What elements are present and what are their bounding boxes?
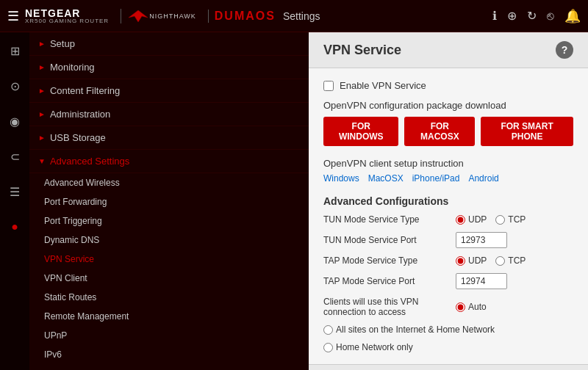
enable-vpn-row: Enable VPN Service (323, 80, 573, 91)
globe-icon[interactable]: ⊕ (507, 9, 517, 23)
brand-model: XR500 GAMING ROUTER (25, 18, 109, 24)
sidebar-sub-remote-management[interactable]: Remote Management (29, 307, 309, 326)
sidebar-sub-vpn-service[interactable]: VPN Service (29, 250, 309, 269)
vpn-auto-label: Auto (468, 302, 487, 312)
tap-mode-type-radio-group: UDP TCP (456, 255, 526, 266)
content-header: VPN Service ? (309, 32, 588, 68)
header-left: ☰ NETGEAR XR500 GAMING ROUTER NIGHTHAWK … (7, 8, 320, 24)
sidebar-item-content-filtering[interactable]: ► Content Filtering (29, 79, 309, 103)
sidebar-item-administration-label: Administration (50, 109, 110, 120)
tun-udp-radio[interactable] (456, 215, 465, 225)
content-body: Enable VPN Service OpenVPN configuration… (309, 68, 588, 364)
refresh-icon[interactable]: ↻ (527, 9, 537, 23)
info-icon[interactable]: ℹ (492, 9, 497, 23)
arrow-icon-down: ▼ (38, 157, 46, 165)
tap-mode-port-row: TAP Mode Service Port (323, 273, 573, 289)
arrow-icon: ► (38, 110, 46, 118)
bell-icon[interactable]: 🔔 (564, 8, 581, 24)
arrow-icon: ► (38, 87, 46, 95)
nighthawk-logo: NIGHTHAWK (121, 9, 196, 23)
tap-tcp-label: TCP (508, 255, 526, 266)
tap-mode-port-input[interactable] (456, 273, 507, 289)
enable-vpn-label: Enable VPN Service (340, 80, 426, 91)
sidebar-sub-ipv6[interactable]: IPv6 (29, 345, 309, 364)
sidebar-item-setup[interactable]: ► Setup (29, 32, 309, 56)
btn-windows[interactable]: For Windows (323, 117, 398, 146)
setup-instruction-label: OpenVPN client setup instruction (323, 158, 573, 169)
tun-tcp-option[interactable]: TCP (495, 214, 526, 225)
setup-link-iphone[interactable]: iPhone/iPad (412, 173, 460, 184)
sidebar-icons: ⊞ ⊙ ◉ ⊂ ☰ ● (0, 32, 29, 370)
svg-marker-0 (129, 10, 148, 22)
vpn-all-sites-radio[interactable] (323, 325, 333, 335)
sidebar-sub-static-routes[interactable]: Static Routes (29, 288, 309, 307)
package-download-label: OpenVPN configuration package download (323, 100, 573, 111)
vpn-all-sites-label: All sites on the Internet & Home Network (336, 324, 495, 335)
vpn-access-row: Clients will use this VPN connection to … (323, 297, 573, 352)
setup-link-macosx[interactable]: MacOSX (368, 173, 404, 184)
tun-mode-type-label: TUN Mode Service Type (323, 214, 448, 225)
sidebar-sub-upnp[interactable]: UPnP (29, 326, 309, 345)
sidebar-sub-port-triggering[interactable]: Port Triggering (29, 211, 309, 231)
tap-tcp-radio[interactable] (495, 256, 505, 266)
sidebar-sub-dynamic-dns[interactable]: Dynamic DNS (29, 231, 309, 250)
nav-icon-advanced[interactable]: ● (4, 216, 26, 238)
vpn-home-only-label: Home Network only (336, 342, 413, 352)
main-layout: ⊞ ⊙ ◉ ⊂ ☰ ● ► Setup ► Monitoring ► Conte… (0, 32, 588, 370)
app-header: ☰ NETGEAR XR500 GAMING ROUTER NIGHTHAWK … (0, 0, 588, 32)
sidebar-sub-port-forwarding[interactable]: Port Forwarding (29, 192, 309, 211)
setup-link-android[interactable]: Android (468, 173, 498, 184)
hamburger-icon[interactable]: ☰ (7, 8, 19, 24)
sidebar-item-monitoring-label: Monitoring (50, 62, 95, 73)
dumaos-text: DUMAOS (215, 10, 276, 23)
tun-udp-label: UDP (468, 214, 487, 225)
setup-links: Windows MacOSX iPhone/iPad Android (323, 173, 573, 184)
arrow-icon: ► (38, 134, 46, 142)
vpn-auto-radio[interactable] (456, 302, 465, 312)
header-right: ℹ ⊕ ↻ ⎋ 🔔 (492, 8, 581, 24)
nav-icon-monitoring[interactable]: ⊙ (4, 75, 26, 97)
sidebar-sub-vpn-client[interactable]: VPN Client (29, 269, 309, 288)
sidebar-item-advanced-settings[interactable]: ▼ Advanced Settings (29, 150, 309, 173)
setup-link-windows[interactable]: Windows (323, 173, 359, 184)
vpn-auto-option[interactable]: Auto (456, 302, 487, 312)
tun-mode-port-label: TUN Mode Service Port (323, 235, 448, 245)
tun-udp-option[interactable]: UDP (456, 214, 487, 225)
sidebar-item-administration[interactable]: ► Administration (29, 103, 309, 126)
btn-macos[interactable]: FOR MACOSX (404, 117, 475, 146)
sidebar-item-advanced-settings-label: Advanced Settings (50, 156, 129, 167)
tun-tcp-radio[interactable] (495, 215, 505, 225)
tap-tcp-option[interactable]: TCP (495, 255, 526, 266)
signout-icon[interactable]: ⎋ (547, 10, 554, 23)
nav-icon-list[interactable]: ☰ (4, 181, 26, 203)
tun-mode-type-radio-group: UDP TCP (456, 214, 526, 225)
nav-icon-home[interactable]: ⊞ (4, 40, 26, 62)
vpn-all-sites-option[interactable]: All sites on the Internet & Home Network (323, 324, 495, 335)
sidebar-sub-advanced-wireless[interactable]: Advanced Wireless (29, 173, 309, 192)
arrow-icon: ► (38, 40, 46, 48)
sidebar-item-monitoring[interactable]: ► Monitoring (29, 56, 309, 79)
tap-mode-type-label: TAP Mode Service Type (323, 255, 448, 266)
dumaos-logo: DUMAOS Settings (208, 10, 320, 23)
brand-logo: NETGEAR XR500 GAMING ROUTER (25, 8, 109, 24)
sidebar-item-setup-label: Setup (50, 38, 75, 49)
tun-mode-port-row: TUN Mode Service Port (323, 232, 573, 248)
enable-vpn-checkbox[interactable] (323, 81, 334, 91)
tun-mode-port-input[interactable] (456, 232, 507, 248)
tap-mode-port-label: TAP Mode Service Port (323, 276, 448, 286)
sidebar-sub-vlan-bridge[interactable]: VLAN/Bridge Settings (29, 364, 309, 370)
content-area: VPN Service ? Enable VPN Service OpenVPN… (309, 32, 588, 370)
sidebar-item-usb-storage[interactable]: ► USB Storage (29, 126, 309, 150)
brand-name: NETGEAR (25, 8, 109, 18)
nighthawk-text: NIGHTHAWK (149, 12, 196, 20)
help-icon[interactable]: ? (556, 41, 573, 59)
btn-smartphone[interactable]: For Smart Phone (481, 117, 573, 146)
vpn-home-only-option[interactable]: Home Network only (323, 342, 413, 352)
nav-icon-filter[interactable]: ◉ (4, 110, 26, 132)
tap-udp-radio[interactable] (456, 256, 465, 266)
tap-udp-option[interactable]: UDP (456, 255, 487, 266)
nav-icon-admin[interactable]: ⊂ (4, 145, 26, 167)
settings-label: Settings (283, 10, 320, 22)
arrow-icon: ► (38, 63, 46, 71)
vpn-home-only-radio[interactable] (323, 343, 333, 352)
